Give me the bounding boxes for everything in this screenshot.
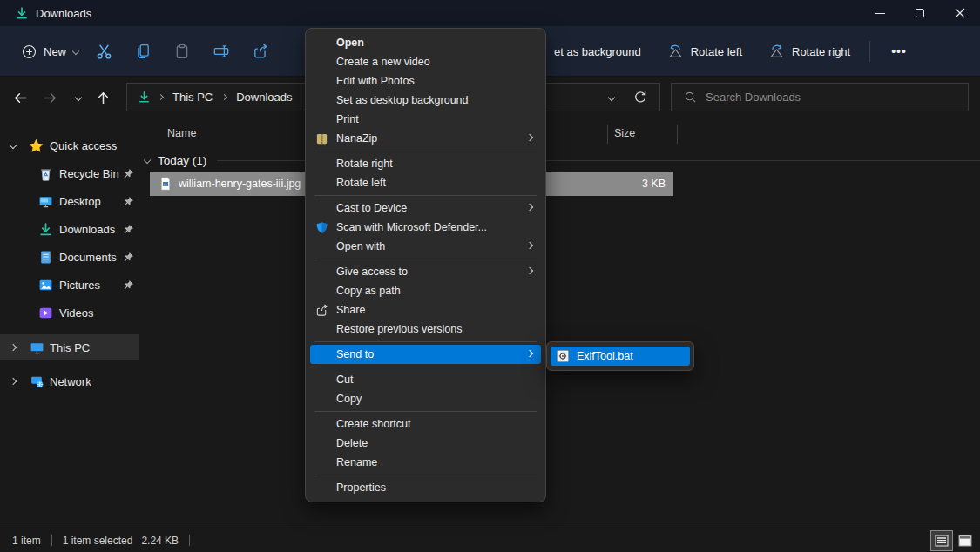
column-divider[interactable] [607,125,608,144]
maximize-icon [916,9,924,17]
submenu-arrow-icon [526,134,533,141]
sidebar-item-this-pc[interactable]: This PC [0,334,139,360]
copy-button[interactable] [133,42,152,61]
sidebar-item-documents[interactable]: Documents [0,244,139,270]
videos-icon [38,306,53,320]
context-menu: Open Create a new video Edit with Photos… [305,28,546,502]
menu-item-edit-with-photos[interactable]: Edit with Photos [306,71,545,91]
refresh-button[interactable] [633,91,647,104]
breadcrumb-downloads[interactable]: Downloads [234,91,294,104]
menu-item-open-with[interactable]: Open with [306,237,545,256]
details-view-button[interactable] [931,531,952,550]
menu-item-properties[interactable]: Properties [306,478,545,497]
menu-item-cast-to-device[interactable]: Cast to Device [306,199,545,218]
menu-item-set-as-desktop-background[interactable]: Set as desktop background [306,91,545,110]
collapse-chevron-icon[interactable] [10,344,17,351]
search-box[interactable] [671,83,969,111]
rotate-left-label: Rotate left [691,45,742,58]
jpg-file-icon [159,177,172,191]
pin-icon [123,224,134,235]
paste-button[interactable] [172,42,192,61]
column-header-name[interactable]: Name [167,127,196,139]
submenu-item-exiftool[interactable]: ExifTool.bat [551,347,690,366]
menu-item-cut[interactable]: Cut [306,370,545,389]
send-to-submenu: ExifTool.bat [546,341,694,371]
menu-item-create-shortcut[interactable]: Create shortcut [306,414,545,434]
pin-icon [123,196,134,207]
column-divider[interactable] [677,125,678,144]
collapse-chevron-icon[interactable] [10,378,17,385]
sidebar-item-videos[interactable]: Videos [0,300,139,326]
menu-item-nanazip[interactable]: NanaZip [306,129,545,148]
thumbnail-view-button[interactable] [955,531,976,550]
column-headers: Name Size [139,123,980,145]
menu-item-copy-as-path[interactable]: Copy as path [306,281,545,300]
search-input[interactable] [706,91,968,104]
sidebar-item-pictures[interactable]: Pictures [0,272,139,298]
menu-item-send-to[interactable]: Send to [310,345,541,364]
sidebar-item-downloads[interactable]: Downloads [0,216,139,242]
breadcrumb-chevron-icon [158,94,164,100]
maximize-button[interactable] [900,0,940,26]
menu-item-rename[interactable]: Rename [306,453,545,472]
group-collapse-icon[interactable] [144,157,151,164]
rotate-right-icon [768,44,785,59]
downloads-icon [38,222,53,237]
selection-size: 2.24 KB [141,535,179,547]
minimize-button[interactable] [860,0,900,26]
menu-item-print[interactable]: Print [306,110,545,129]
new-button[interactable]: New [13,38,87,64]
sidebar-item-desktop[interactable]: Desktop [0,188,139,214]
back-button[interactable] [10,87,30,108]
rename-icon [213,44,229,59]
menu-item-rotate-right[interactable]: Rotate right [306,154,545,173]
set-as-background-button[interactable]: et as background [547,45,648,58]
sidebar-item-quick-access[interactable]: Quick access [0,132,139,158]
rotate-left-button[interactable]: Rotate left [660,44,749,59]
column-header-size[interactable]: Size [614,127,635,139]
file-name: william-henry-gates-iii.jpg [179,178,301,190]
forward-button[interactable] [39,87,60,108]
rotate-right-button[interactable]: Rotate right [761,44,857,59]
breadcrumb-chevron-icon [221,94,227,100]
cut-button[interactable] [94,42,113,61]
menu-item-rotate-left[interactable]: Rotate left [306,173,545,192]
plus-circle-icon [22,44,37,59]
menu-item-create-new-video[interactable]: Create a new video [306,52,545,71]
menu-separator [314,259,537,259]
share-icon [253,44,268,59]
menu-item-scan-with-defender[interactable]: Scan with Microsoft Defender... [306,218,545,237]
sidebar-item-network[interactable]: Network [0,368,139,394]
menu-item-give-access-to[interactable]: Give access to [306,262,545,281]
menu-item-copy[interactable]: Copy [306,389,545,408]
menu-separator [314,341,537,342]
details-view-icon [935,535,949,547]
menu-item-share[interactable]: Share [306,300,545,320]
address-dropdown-icon[interactable] [608,93,615,100]
window-title: Downloads [36,7,91,20]
recent-locations-button[interactable] [68,87,89,108]
group-header-today[interactable]: Today (1) [145,151,980,170]
menu-separator [314,475,537,475]
copy-icon [135,44,151,59]
rename-button[interactable] [212,42,231,61]
cut-icon [96,44,112,60]
menu-item-restore-previous-versions[interactable]: Restore previous versions [306,320,545,339]
menu-item-delete[interactable]: Delete [306,434,545,453]
share-button[interactable] [251,42,270,61]
sidebar-item-label: This PC [50,341,90,354]
close-button[interactable] [940,0,980,26]
pin-icon [123,168,134,179]
more-options-button[interactable]: ••• [882,44,916,58]
sidebar-item-label: Documents [59,251,117,264]
sidebar-item-label: Desktop [59,195,101,208]
expand-chevron-icon[interactable] [10,142,17,149]
this-pc-icon [30,340,44,355]
breadcrumb-this-pc[interactable]: This PC [171,91,214,104]
sidebar-item-recycle-bin[interactable]: Recycle Bin [0,160,139,186]
file-list-pane: Name Size Today (1) william-henry-gates-… [139,118,980,528]
submenu-item-label: ExifTool.bat [577,350,633,362]
menu-item-open[interactable]: Open [306,33,545,52]
up-button[interactable] [92,87,113,108]
sidebar-item-label: Videos [59,306,94,320]
